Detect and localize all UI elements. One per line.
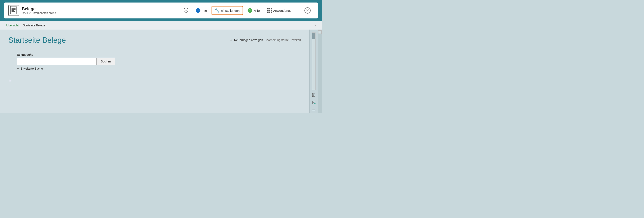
search-input[interactable] <box>17 58 96 65</box>
sidebar-list-icon: + <box>312 100 316 104</box>
search-label: Belegsuche <box>17 53 301 56</box>
shield-icon <box>184 8 188 13</box>
help-icon: ? <box>248 8 252 13</box>
breadcrumb-separator: › <box>20 24 21 27</box>
scrollbar-area[interactable] <box>312 32 316 90</box>
right-sidebar: + <box>310 30 318 114</box>
main-area: Startseite Belege ⇒ Neuerungen anzeigen … <box>0 30 322 114</box>
search-button[interactable]: Suchen <box>96 58 115 65</box>
header-inner: Belege DATEV Unternehmen online i Info 🔧… <box>4 2 318 18</box>
sidebar-settings-icon <box>312 108 316 112</box>
logo-text: Belege DATEV Unternehmen online <box>22 6 56 14</box>
header-nav: i Info 🔧 Einstellungen ? Hilfe Anw <box>181 6 314 15</box>
app-logo-icon <box>8 5 19 16</box>
collapse-arrow[interactable]: ‹ <box>318 30 322 34</box>
scrollbar-thumb[interactable] <box>312 33 315 39</box>
search-section: Belegsuche Suchen ⇒ Erweiterte Suche <box>17 53 301 70</box>
svg-rect-0 <box>10 6 16 14</box>
user-avatar-button[interactable] <box>302 6 314 15</box>
info-nav-item[interactable]: i Info <box>193 6 210 14</box>
bearbeitungsform-text: Bearbeitungsform: Erweitert <box>264 38 301 42</box>
app-title: Belege <box>22 6 56 11</box>
far-right-bar: ‹ <box>318 30 322 114</box>
search-row: Suchen <box>17 58 301 65</box>
svg-rect-16 <box>312 109 315 110</box>
info-icon: i <box>196 8 200 13</box>
bottom-hint-area: ⊕ <box>8 76 301 85</box>
header-outer: Belege DATEV Unternehmen online i Info 🔧… <box>0 0 322 21</box>
content-area: Startseite Belege ⇒ Neuerungen anzeigen … <box>0 30 310 114</box>
breadcrumb-link-uebersicht[interactable]: Übersicht <box>6 24 19 27</box>
breadcrumb-expand-arrow[interactable]: › <box>314 23 316 28</box>
svg-point-5 <box>307 9 308 11</box>
nav-divider <box>299 7 299 14</box>
sidebar-icon-btn-3[interactable] <box>310 107 317 114</box>
svg-rect-18 <box>312 111 315 111</box>
info-label: Info <box>202 9 207 12</box>
neuerungen-link[interactable]: Neuerungen anzeigen <box>234 38 263 42</box>
neuerungen-arrow: ⇒ <box>230 38 232 42</box>
breadcrumb-current: Startseite Belege <box>23 24 45 27</box>
app-subtitle: DATEV Unternehmen online <box>22 11 56 14</box>
page-title: Startseite Belege <box>8 36 66 45</box>
einstellungen-nav-item[interactable]: 🔧 Einstellungen <box>212 6 243 15</box>
erweiterte-label: Erweiterte Suche <box>20 67 43 70</box>
green-plus-icon: ⊕ <box>8 79 12 83</box>
svg-text:+: + <box>314 103 315 104</box>
sidebar-doc-icon <box>312 93 316 97</box>
logo-area: Belege DATEV Unternehmen online <box>8 5 181 16</box>
erweiterte-arrow: ⇒ <box>17 67 19 70</box>
breadcrumb: Übersicht › Startseite Belege › <box>0 21 322 30</box>
wrench-icon: 🔧 <box>215 8 220 13</box>
svg-rect-17 <box>312 110 315 110</box>
einstellungen-label: Einstellungen <box>221 9 240 12</box>
sidebar-icon-btn-1[interactable] <box>310 92 317 98</box>
sidebar-icon-btn-2[interactable]: + <box>310 99 317 106</box>
anwendungen-nav-item[interactable]: Anwendungen <box>264 6 296 14</box>
neuerungen-area: ⇒ Neuerungen anzeigen Bearbeitungsform: … <box>230 38 301 42</box>
shield-nav-item[interactable] <box>181 6 191 15</box>
hilfe-nav-item[interactable]: ? Hilfe <box>245 6 263 14</box>
grid-icon <box>267 8 272 13</box>
user-icon <box>304 7 311 14</box>
hilfe-label: Hilfe <box>254 9 260 12</box>
anwendungen-label: Anwendungen <box>273 9 293 12</box>
page-header: Startseite Belege ⇒ Neuerungen anzeigen … <box>8 36 301 45</box>
erweiterte-suche-link[interactable]: ⇒ Erweiterte Suche <box>17 67 301 70</box>
